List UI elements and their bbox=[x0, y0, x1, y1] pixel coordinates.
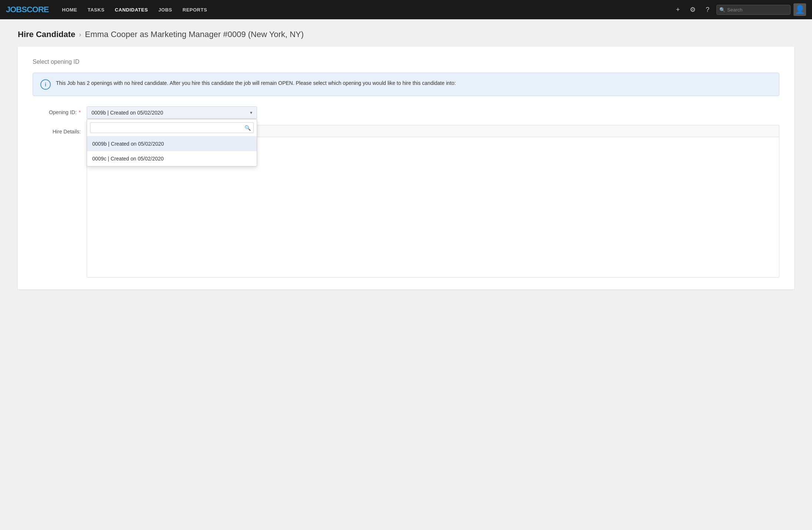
dropdown-option-2[interactable]: 0009c | Created on 05/02/2020 bbox=[87, 151, 257, 166]
main-card: Select opening ID i This Job has 2 openi… bbox=[18, 47, 794, 289]
opening-id-dropdown[interactable]: 0009b | Created on 05/02/2020 ▾ bbox=[87, 106, 257, 119]
opening-id-field: 0009b | Created on 05/02/2020 ▾ 🔍 0009b … bbox=[87, 106, 779, 119]
opening-id-row: Opening ID: * 0009b | Created on 05/02/2… bbox=[33, 106, 779, 119]
settings-button[interactable]: ⚙ bbox=[687, 4, 699, 16]
info-text: This Job has 2 openings with no hired ca… bbox=[56, 79, 456, 87]
dropdown-search-icon: 🔍 bbox=[244, 125, 251, 131]
logo[interactable]: JOBSCORE bbox=[6, 5, 49, 14]
dropdown-search-input[interactable] bbox=[90, 122, 254, 133]
logo-score: SCORE bbox=[21, 5, 49, 14]
help-button[interactable]: ? bbox=[702, 4, 713, 16]
dropdown-search-wrap: 🔍 bbox=[87, 119, 257, 136]
nav-tasks[interactable]: TASKS bbox=[83, 5, 109, 15]
add-button[interactable]: + bbox=[672, 4, 684, 16]
breadcrumb: Hire Candidate › Emma Cooper as Marketin… bbox=[18, 30, 794, 39]
nav-candidates[interactable]: CANDIDATES bbox=[110, 5, 152, 15]
breadcrumb-arrow: › bbox=[79, 31, 81, 39]
nav-reports[interactable]: REPORTS bbox=[178, 5, 212, 15]
section-title: Select opening ID bbox=[33, 59, 779, 65]
breadcrumb-sub: Emma Cooper as Marketing Manager #0009 (… bbox=[85, 30, 304, 39]
search-input[interactable] bbox=[716, 5, 791, 15]
breadcrumb-section: Hire Candidate › Emma Cooper as Marketin… bbox=[0, 19, 812, 47]
selected-option-label: 0009b | Created on 05/02/2020 bbox=[91, 110, 163, 116]
nav-home[interactable]: HOME bbox=[58, 5, 82, 15]
info-banner: i This Job has 2 openings with no hired … bbox=[33, 73, 779, 96]
dropdown-panel: 🔍 0009b | Created on 05/02/2020 0009c | … bbox=[87, 119, 257, 166]
chevron-down-icon: ▾ bbox=[250, 110, 252, 115]
nav-jobs[interactable]: JOBS bbox=[154, 5, 176, 15]
search-wrap: 🔍 bbox=[716, 5, 791, 15]
avatar[interactable]: 👤 bbox=[793, 3, 806, 16]
search-icon: 🔍 bbox=[719, 7, 725, 13]
opening-id-label: Opening ID: * bbox=[33, 106, 81, 115]
hire-details-label: Hire Details: bbox=[33, 125, 81, 135]
breadcrumb-current: Hire Candidate bbox=[18, 30, 75, 39]
nav-actions: + ⚙ ? 🔍 👤 bbox=[672, 3, 806, 16]
required-star: * bbox=[79, 109, 81, 115]
dropdown-option-1[interactable]: 0009b | Created on 05/02/2020 bbox=[87, 136, 257, 151]
info-icon: i bbox=[40, 79, 51, 90]
nav-links: HOME TASKS CANDIDATES JOBS REPORTS bbox=[58, 5, 672, 15]
navbar: JOBSCORE HOME TASKS CANDIDATES JOBS REPO… bbox=[0, 0, 812, 19]
logo-job: JOB bbox=[6, 5, 21, 14]
